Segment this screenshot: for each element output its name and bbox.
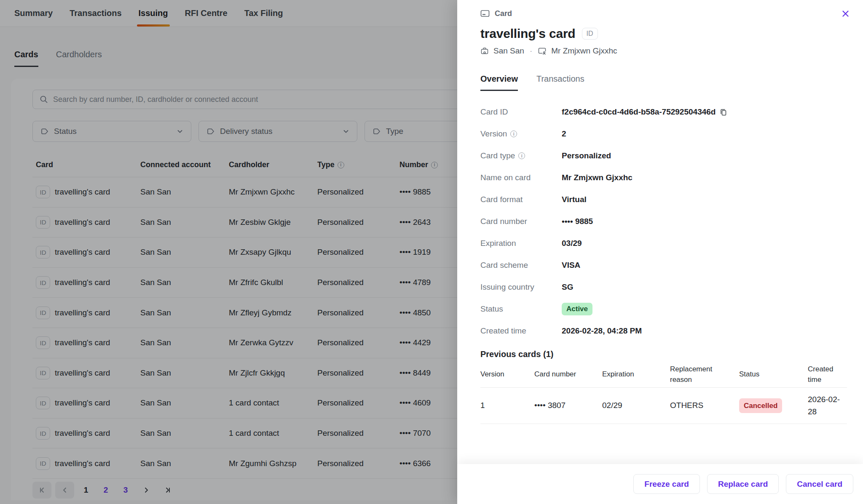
modal-scrim[interactable]: [0, 0, 457, 504]
field-card-type: Card typei Personalized: [480, 145, 846, 167]
field-name-on-card: Name on card Mr Zmjxwn Gjxxhc: [480, 167, 846, 189]
status-badge: Active: [562, 303, 592, 315]
replace-card-button[interactable]: Replace card: [707, 474, 779, 494]
info-icon[interactable]: i: [510, 131, 517, 137]
field-created-time: Created time 2026-02-28, 04:28 PM: [480, 320, 846, 342]
meta-separator: ·: [530, 46, 532, 56]
card-details-drawer: Card travelling's card ID: [457, 0, 863, 504]
previous-cards-table: Version Card number Expiration Replaceme…: [480, 362, 847, 424]
drawer-footer: Freeze card Replace card Cancel card: [457, 464, 863, 504]
field-card-id: Card ID f2c964cd-c0cd-4d6d-b58a-75292504…: [480, 101, 846, 123]
drawer-kicker: Card: [480, 9, 512, 18]
connected-account-name[interactable]: San San: [493, 46, 524, 56]
field-card-scheme: Card scheme VISA: [480, 254, 846, 276]
tab-transactions[interactable]: Transactions: [536, 74, 584, 91]
field-version: Versioni 2: [480, 123, 846, 145]
card-fields: Card ID f2c964cd-c0cd-4d6d-b58a-75292504…: [480, 101, 846, 342]
close-drawer-button[interactable]: [839, 8, 851, 19]
copy-icon[interactable]: [720, 108, 727, 116]
drawer-tabs: Overview Transactions: [480, 74, 846, 91]
card-title: travelling's card: [480, 27, 576, 41]
card-icon: [480, 10, 490, 17]
close-icon: [842, 10, 850, 18]
freeze-card-button[interactable]: Freeze card: [633, 474, 700, 494]
info-icon[interactable]: i: [518, 152, 525, 159]
cardholder-icon: [538, 47, 547, 55]
previous-card-row: 1 •••• 3807 02/29 OTHERS Cancelled 2026-…: [480, 388, 847, 424]
cancelled-badge: Cancelled: [739, 398, 782, 413]
briefcase-icon: [480, 47, 489, 55]
cancel-card-button[interactable]: Cancel card: [786, 474, 853, 494]
card-id-badge[interactable]: ID: [582, 28, 598, 40]
field-issuing-country: Issuing country SG: [480, 276, 846, 298]
field-status: Status Active: [480, 298, 846, 320]
card-meta: San San · Mr Zmjxwn Gjxxhc: [480, 46, 846, 56]
previous-cards-header: Version Card number Expiration Replaceme…: [480, 362, 847, 388]
field-expiration: Expiration 03/29: [480, 232, 846, 254]
field-card-number: Card number •••• 9885: [480, 211, 846, 232]
field-card-format: Card format Virtual: [480, 189, 846, 211]
cardholder-name[interactable]: Mr Zmjxwn Gjxxhc: [551, 46, 617, 56]
tab-overview[interactable]: Overview: [480, 74, 518, 91]
app-window: Summary Transactions Issuing RFI Centre …: [0, 0, 863, 504]
previous-cards-heading: Previous cards (1): [480, 349, 846, 359]
